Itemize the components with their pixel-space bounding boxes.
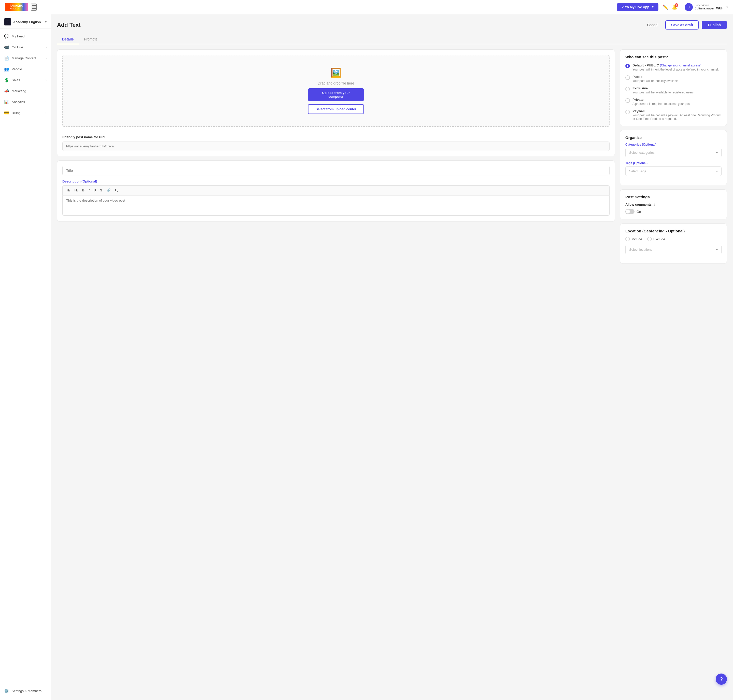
edit-icon-button[interactable]: ✏️ [662,4,668,10]
radio-public[interactable] [625,75,630,80]
nav-divider [681,3,681,11]
radio-paywall[interactable] [625,110,630,114]
external-link-icon: ↗ [651,5,654,9]
bold-button[interactable]: B [81,188,85,193]
visibility-option-paywall[interactable]: Paywall Your post will be behind a paywa… [625,109,721,121]
radio-include-circle[interactable] [625,237,630,241]
url-section: Friendly post name for URL [62,131,610,151]
tags-label: Tags (Optional) [625,162,721,165]
radio-exclusive[interactable] [625,87,630,91]
description-textarea[interactable] [62,195,610,216]
sidebar-item-marketing[interactable]: 📣 Marketing › [0,85,51,97]
chevron-down-icon: ▾ [716,248,718,251]
tab-details[interactable]: Details [57,35,79,44]
hamburger-menu[interactable]: ☰ [31,4,37,11]
people-icon: 👥 [4,67,9,72]
location-title: Location (Geofencing - Optional) [625,229,721,233]
visibility-option-private[interactable]: Private A password is required to access… [625,98,721,106]
chevron-right-icon: › [46,78,47,82]
strikethrough-button[interactable]: S [99,188,103,193]
categories-dropdown[interactable]: Select categories ▾ [625,148,721,157]
tags-dropdown[interactable]: Select Tags ▾ [625,166,721,176]
workspace-selector[interactable]: F Academy English ▾ [0,14,51,29]
radio-exclude-circle[interactable] [647,237,652,241]
italic-button[interactable]: I [88,188,91,193]
select-from-upload-center-button[interactable]: Select from upload center [308,104,364,114]
chevron-down-icon: ▾ [726,5,728,9]
exclude-label: Exclude [653,237,665,241]
image-upload-icon: 🖼️ [331,68,342,78]
tab-promote[interactable]: Promote [79,35,103,44]
user-info: Super Admin Juliana.super_WUHI [695,4,724,10]
tags-placeholder: Select Tags [629,169,646,173]
upload-from-computer-button[interactable]: Upload from your computer [308,88,364,101]
cancel-button[interactable]: Cancel [643,21,662,29]
app-layout: F Academy English ▾ 💬 My Feed 📹 Go Live … [0,14,733,700]
save-as-draft-button[interactable]: Save as draft [665,21,699,29]
feed-icon: 💬 [4,34,9,39]
page-header: Add Text Cancel Save as draft Publish [57,21,727,29]
workspace-icon: F [4,18,11,25]
sidebar-item-label: Go Live [12,45,23,49]
comments-toggle[interactable] [625,209,635,214]
change-access-link[interactable]: (Change your channel access) [660,64,701,67]
underline-button[interactable]: U [93,188,97,193]
info-icon[interactable]: ℹ [654,203,655,206]
allow-comments-row: Allow comments ℹ [625,203,721,206]
heading2-button[interactable]: H₂ [73,188,79,193]
page-title: Add Text [57,22,643,28]
visibility-option-public[interactable]: Public Your post will be publicly availa… [625,75,721,83]
locations-dropdown[interactable]: Select locations ▾ [625,245,721,254]
sidebar-item-go-live[interactable]: 📹 Go Live › [0,42,51,53]
exclude-radio[interactable]: Exclude [647,237,665,241]
sidebar-item-label: Settings & Members [12,689,41,693]
url-field-label: Friendly post name for URL [62,135,610,139]
sidebar-item-label: Marketing [12,89,26,93]
view-live-app-button[interactable]: View My Live App ↗ [617,3,658,11]
support-button[interactable]: ? [716,674,727,685]
locations-placeholder: Select locations [629,248,652,251]
visibility-exclusive-label: Exclusive [632,86,695,90]
title-input[interactable] [62,166,610,175]
visibility-option-exclusive[interactable]: Exclusive Your post will be available to… [625,86,721,94]
sidebar-item-people[interactable]: 👥 People [0,64,51,75]
categories-placeholder: Select categories [629,151,655,154]
tabs: Details Promote [57,35,727,44]
visibility-public-label: Public [632,75,679,79]
radio-private[interactable] [625,98,630,103]
sales-icon: 💲 [4,78,9,82]
post-settings-card: Post Settings Allow comments ℹ On [620,190,727,219]
sidebar-item-settings[interactable]: ⚙️ Settings & Members [4,686,47,696]
upload-drop-zone[interactable]: 🖼️ Drag and drop file here Upload from y… [62,55,610,127]
sidebar-item-label: Analytics [12,100,25,104]
link-button[interactable]: 🔗 [105,188,112,193]
visibility-card: Who can see this post? Default - PUBLIC … [620,49,727,126]
editor-toolbar: H₁ H₂ B I U S 🔗 Tx [62,185,610,195]
sidebar-item-analytics[interactable]: 📊 Analytics › [0,97,51,107]
url-input[interactable] [62,141,610,151]
content-grid: 🖼️ Drag and drop file here Upload from y… [57,49,727,264]
radio-default[interactable] [625,64,630,68]
sidebar-item-billing[interactable]: 💳 Billing › [0,107,51,118]
toggle-row: On [625,209,721,214]
sidebar-nav: 💬 My Feed 📹 Go Live › 📄 Manage Content ›… [0,29,51,682]
sidebar-item-manage-content[interactable]: 📄 Manage Content › [0,53,51,64]
user-menu[interactable]: J Super Admin Juliana.super_WUHI ▾ [685,3,728,11]
sidebar-item-sales[interactable]: 💲 Sales › [0,75,51,85]
categories-label: Categories (Optional) [625,143,721,146]
clear-format-button[interactable]: Tx [113,188,119,193]
heading1-button[interactable]: H₁ [66,188,71,193]
include-label: Include [632,237,642,241]
top-nav: FANHEROACADEMY ☰ View My Live App ↗ ✏️ 🔔… [0,0,733,14]
organize-title: Organize [625,135,721,140]
visibility-option-default[interactable]: Default - PUBLIC (Change your channel ac… [625,63,721,71]
allow-comments-label: Allow comments [625,203,652,206]
publish-button[interactable]: Publish [702,21,727,29]
visibility-public-desc: Your post will be publicly available. [632,79,679,83]
billing-icon: 💳 [4,110,9,115]
include-radio[interactable]: Include [625,237,642,241]
description-label: Description (Optional) [62,179,610,183]
notification-badge: 1 [675,3,678,7]
sidebar-item-my-feed[interactable]: 💬 My Feed [0,31,51,42]
notification-bell-button[interactable]: 🔔 1 [672,4,677,10]
